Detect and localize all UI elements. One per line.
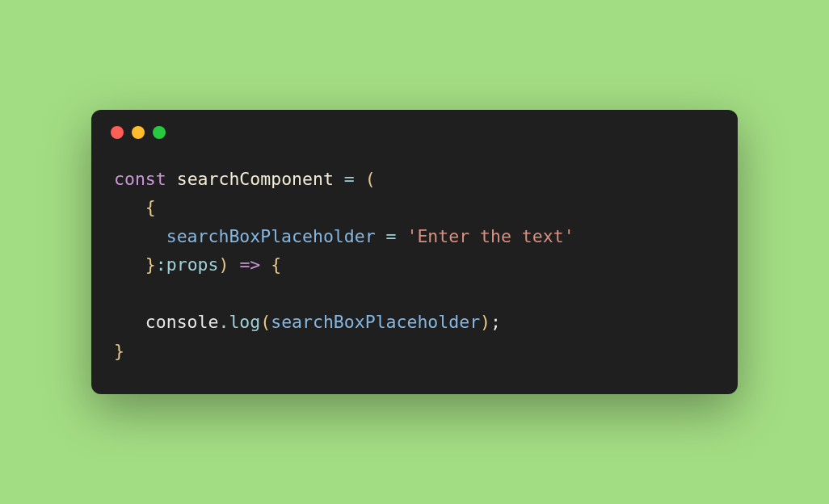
code-line: } (114, 341, 124, 361)
token-punctuation: } (145, 254, 156, 275)
token-method: log (229, 312, 260, 332)
token-dot: . (218, 312, 229, 332)
token-keyword: const (114, 169, 166, 189)
token-punctuation: { (271, 254, 281, 275)
token-string: 'Enter the text' (406, 226, 574, 246)
close-icon[interactable] (111, 126, 124, 139)
token-punctuation: ( (365, 169, 376, 189)
code-window: const searchComponent = ( { searchBoxPla… (91, 110, 738, 394)
code-line: const searchComponent = ( (114, 169, 376, 189)
code-line: console.log(searchBoxPlaceholder); (114, 312, 501, 332)
token-identifier: searchComponent (177, 169, 334, 189)
token-punctuation: ( (260, 312, 271, 332)
token-colon: : (156, 254, 166, 275)
token-type: props (166, 254, 219, 275)
token-punctuation: { (145, 197, 156, 217)
token-semicolon: ; (490, 312, 501, 332)
token-punctuation: ) (480, 312, 490, 332)
token-property: searchBoxPlaceholder (166, 226, 376, 246)
code-line: { (114, 197, 156, 217)
token-operator: = (386, 226, 397, 246)
token-operator: = (344, 169, 355, 189)
token-punctuation: ) (218, 254, 229, 275)
code-block: const searchComponent = ( { searchBoxPla… (91, 139, 738, 394)
code-line: searchBoxPlaceholder = 'Enter the text' (114, 226, 574, 246)
window-titlebar (91, 110, 738, 139)
token-argument: searchBoxPlaceholder (271, 312, 480, 332)
token-punctuation: } (114, 341, 124, 361)
code-line: }:props) => { (114, 254, 281, 275)
minimize-icon[interactable] (132, 126, 145, 139)
token-arrow: => (239, 254, 260, 275)
maximize-icon[interactable] (153, 126, 166, 139)
token-object: console (145, 312, 219, 332)
